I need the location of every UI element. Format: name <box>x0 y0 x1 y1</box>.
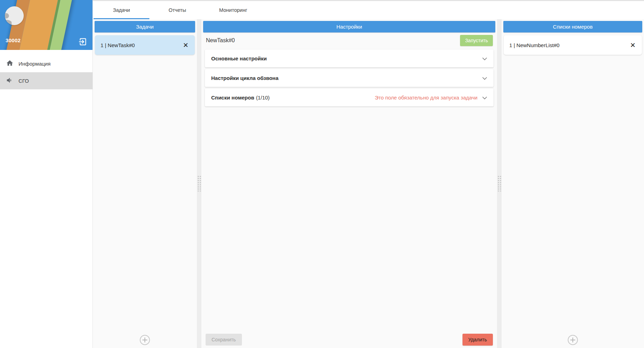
sidebar-banner: 30002 <box>0 0 92 50</box>
section-warning: Это поле обязательно для запуска задачи <box>375 95 478 101</box>
sidebar-menu: Информация СГО <box>0 55 92 89</box>
tasks-panel: Задачи 1 | NewTask#0 ✕ <box>93 19 197 348</box>
drag-handle-dots <box>198 176 201 192</box>
tab-label: Мониторинг <box>219 7 247 13</box>
tab-monitoring[interactable]: Мониторинг <box>205 1 261 19</box>
panel-splitter-right[interactable] <box>497 19 502 348</box>
sidebar: 30002 Информация СГО <box>0 0 93 348</box>
number-list-item-label: 1 | NewNumberList#0 <box>509 42 629 48</box>
chevron-down-icon[interactable] <box>482 75 487 81</box>
task-item-label: 1 | NewTask#0 <box>101 42 182 48</box>
tab-bar: Задачи Отчеты Мониторинг <box>93 0 644 19</box>
sidebar-item-label: СГО <box>18 78 29 84</box>
task-list-item[interactable]: 1 | NewTask#0 ✕ <box>95 35 195 55</box>
tasks-panel-header: Задачи <box>95 21 195 32</box>
add-task-button[interactable] <box>139 334 150 346</box>
sidebar-item-label: Информация <box>18 61 51 67</box>
add-number-list-button[interactable] <box>567 334 578 346</box>
tab-tasks[interactable]: Задачи <box>94 1 149 19</box>
close-icon[interactable]: ✕ <box>182 41 189 49</box>
main-area: Задачи Отчеты Мониторинг Задачи 1 | NewT… <box>93 0 644 348</box>
number-lists-panel-header: Списки номеров <box>503 21 642 32</box>
volume-icon <box>6 76 14 85</box>
number-list-item[interactable]: 1 | NewNumberList#0 ✕ <box>504 35 642 55</box>
content: Задачи 1 | NewTask#0 ✕ Настройки Ne <box>93 19 644 348</box>
close-icon[interactable]: ✕ <box>629 41 636 49</box>
user-id: 30002 <box>6 37 21 43</box>
save-button[interactable]: Сохранить <box>206 334 242 346</box>
chevron-down-icon[interactable] <box>482 95 487 101</box>
plus-icon <box>139 341 150 347</box>
sidebar-item-sgo[interactable]: СГО <box>0 72 92 89</box>
sidebar-item-information[interactable]: Информация <box>0 55 92 72</box>
settings-panel-header: Настройки <box>203 21 495 32</box>
accordion-section-call-cycle[interactable]: Настройки цикла обзвона <box>205 69 494 87</box>
delete-button[interactable]: Удалить <box>462 334 493 346</box>
section-title: Настройки цикла обзвона <box>211 75 279 81</box>
drag-handle-dots <box>498 176 501 192</box>
settings-accordion: Основные настройки Настройки цикла обзво… <box>205 50 494 106</box>
avatar <box>5 6 24 25</box>
task-title-row: NewTask#0 Запустить <box>201 32 497 49</box>
settings-panel: Настройки NewTask#0 Запустить Основные н… <box>201 19 497 348</box>
accordion-section-basic-settings[interactable]: Основные настройки <box>205 50 494 67</box>
section-suffix: (1/10) <box>256 95 269 101</box>
home-icon <box>6 59 14 68</box>
tab-label: Отчеты <box>169 7 186 13</box>
logout-icon[interactable] <box>77 37 87 46</box>
task-name: NewTask#0 <box>206 37 235 44</box>
section-title: Основные настройки <box>211 55 267 61</box>
tab-label: Задачи <box>113 7 130 13</box>
section-title: Списки номеров <box>211 95 254 101</box>
panel-splitter-left[interactable] <box>197 19 201 348</box>
number-lists-panel: Списки номеров 1 | NewNumberList#0 ✕ <box>502 19 644 348</box>
run-button[interactable]: Запустить <box>460 35 493 46</box>
accordion-section-number-lists[interactable]: Списки номеров (1/10) Это поле обязатель… <box>205 89 494 106</box>
tab-reports[interactable]: Отчеты <box>149 1 205 19</box>
plus-icon <box>567 341 578 347</box>
chevron-down-icon[interactable] <box>482 55 487 62</box>
